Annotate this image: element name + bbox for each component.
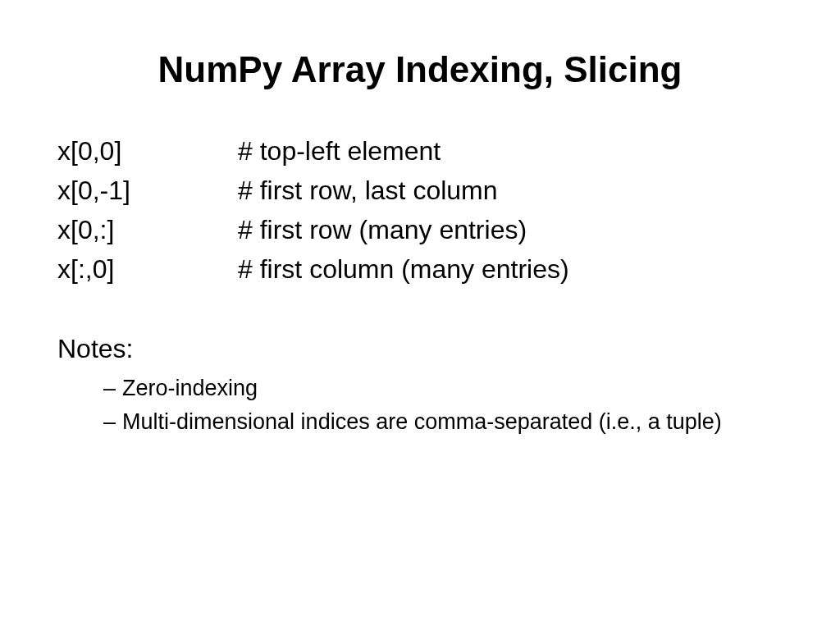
bullet-dash-icon: – bbox=[103, 408, 116, 436]
example-row: x[0,:] # first row (many entries) bbox=[57, 210, 783, 249]
example-row: x[:,0] # first column (many entries) bbox=[57, 249, 783, 289]
notes-list: – Zero-indexing – Multi-dimensional indi… bbox=[57, 374, 783, 436]
slide-title: NumPy Array Indexing, Slicing bbox=[57, 49, 783, 90]
example-comment: # first row, last column bbox=[238, 171, 783, 210]
example-comment: # first column (many entries) bbox=[238, 249, 783, 289]
bullet-dash-icon: – bbox=[103, 374, 116, 403]
note-item: – Zero-indexing bbox=[103, 374, 783, 403]
example-row: x[0,-1] # first row, last column bbox=[57, 171, 783, 210]
note-text: Zero-indexing bbox=[122, 374, 783, 403]
example-code: x[:,0] bbox=[57, 249, 238, 289]
example-row: x[0,0] # top-left element bbox=[57, 131, 783, 171]
example-code: x[0,:] bbox=[57, 210, 238, 249]
example-comment: # first row (many entries) bbox=[238, 210, 783, 249]
examples-block: x[0,0] # top-left element x[0,-1] # firs… bbox=[57, 131, 783, 289]
example-code: x[0,0] bbox=[57, 131, 238, 171]
example-code: x[0,-1] bbox=[57, 171, 238, 210]
note-item: – Multi-dimensional indices are comma-se… bbox=[103, 408, 783, 436]
note-text: Multi-dimensional indices are comma-sepa… bbox=[122, 408, 783, 436]
example-comment: # top-left element bbox=[238, 131, 783, 171]
notes-heading: Notes: bbox=[57, 334, 783, 364]
